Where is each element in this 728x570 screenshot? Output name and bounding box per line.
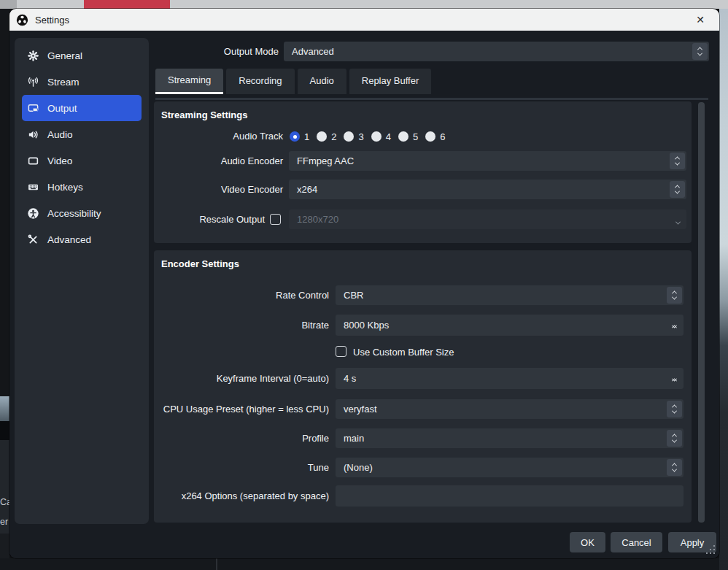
- desktop-top-red-segment: [84, 0, 170, 9]
- spinner-icon[interactable]: [667, 287, 682, 304]
- radio-icon[interactable]: [317, 131, 327, 142]
- screen: Ca er Settings ✕: [0, 0, 728, 570]
- monitor-icon: [27, 155, 39, 167]
- audio-track-option[interactable]: 2: [317, 131, 336, 142]
- sidebar-item-advanced[interactable]: Advanced: [22, 226, 142, 253]
- sidebar-item-video[interactable]: Video: [22, 147, 142, 174]
- x264-options-row: x264 Options (separated by space): [154, 485, 692, 507]
- audio-track-option[interactable]: 6: [425, 131, 445, 142]
- bitrate-row: Bitrate 8000 Kbps: [154, 315, 692, 336]
- tab-streaming[interactable]: Streaming: [155, 69, 223, 94]
- tab-recording[interactable]: Recording: [226, 69, 294, 94]
- background-image-sliver: [0, 396, 9, 421]
- settings-window: Settings ✕ General: [9, 9, 719, 558]
- output-mode-value: Advanced: [292, 46, 334, 57]
- resize-grip[interactable]: [713, 552, 715, 554]
- audio-encoder-label: Audio Encoder: [154, 155, 283, 166]
- desktop-top-dark-segment: [0, 0, 17, 9]
- keyframe-interval-row: Keyframe Interval (0=auto) 4 s: [154, 368, 692, 389]
- cancel-button[interactable]: Cancel: [611, 532, 662, 552]
- video-encoder-select[interactable]: x264: [289, 180, 686, 199]
- rescale-output-row: Rescale Output 1280x720: [154, 209, 692, 229]
- audio-track-radios: 1 2 3 4 5 6: [290, 130, 445, 143]
- bitrate-label: Bitrate: [154, 320, 329, 331]
- radio-icon[interactable]: [371, 131, 382, 142]
- sidebar-item-general[interactable]: General: [22, 42, 142, 69]
- sidebar-item-audio[interactable]: Audio: [22, 121, 142, 147]
- audio-encoder-row: Audio Encoder FFmpeg AAC: [154, 151, 692, 171]
- apply-button[interactable]: Apply: [668, 532, 716, 552]
- audio-track-option[interactable]: 1: [290, 131, 309, 142]
- audio-track-option[interactable]: 4: [371, 131, 391, 142]
- sidebar-item-label: Accessibility: [47, 208, 101, 219]
- sidebar-item-label: Advanced: [47, 234, 91, 245]
- obs-logo-icon: [16, 14, 28, 26]
- radio-icon[interactable]: [398, 131, 408, 142]
- sidebar-item-label: General: [47, 50, 82, 61]
- custom-buffer-checkbox[interactable]: [336, 346, 346, 357]
- tools-icon: [27, 234, 39, 246]
- output-tabs: Streaming Recording Audio Replay Buffer: [155, 69, 431, 94]
- audio-track-label: Audio Track: [154, 131, 283, 142]
- spinner-icon[interactable]: [692, 43, 708, 60]
- rate-control-select[interactable]: CBR: [336, 285, 684, 305]
- close-icon[interactable]: ✕: [690, 9, 710, 31]
- output-mode-label: Output Mode: [187, 46, 279, 57]
- spinner-icon[interactable]: [667, 459, 682, 476]
- screen-camera-icon: [27, 102, 39, 115]
- person-circle-icon: [27, 207, 39, 220]
- ok-button[interactable]: OK: [570, 532, 605, 552]
- background-dark-sliver: [0, 421, 9, 440]
- sidebar: General Stream: [15, 38, 149, 524]
- spinner-icon[interactable]: [667, 401, 682, 417]
- sidebar-item-output[interactable]: Output: [22, 95, 142, 121]
- tune-select[interactable]: (None): [336, 458, 684, 477]
- output-mode-select[interactable]: Advanced: [284, 42, 709, 61]
- tab-replay-buffer[interactable]: Replay Buffer: [349, 69, 432, 94]
- gear-icon: [27, 50, 39, 62]
- bitrate-spinbox[interactable]: 8000 Kbps: [336, 315, 684, 336]
- cpu-preset-label: CPU Usage Preset (higher = less CPU): [154, 404, 329, 415]
- sidebar-item-label: Video: [47, 155, 72, 166]
- streaming-settings-panel: Streaming Settings Audio Track 1 2 3 4 5…: [154, 101, 692, 243]
- sidebar-item-accessibility[interactable]: Accessibility: [22, 200, 142, 226]
- tune-label: Tune: [154, 462, 329, 473]
- keyframe-interval-spinbox[interactable]: 4 s: [336, 368, 684, 389]
- titlebar[interactable]: Settings ✕: [9, 9, 719, 31]
- window-title: Settings: [35, 15, 69, 26]
- rate-control-label: Rate Control: [154, 290, 329, 301]
- audio-track-option[interactable]: 5: [398, 131, 418, 142]
- desktop-bottom-strip: [0, 558, 719, 570]
- speaker-icon: [27, 128, 39, 141]
- custom-buffer-row: Use Custom Buffer Size: [154, 346, 692, 358]
- spin-down-icon[interactable]: [673, 320, 676, 331]
- radio-icon[interactable]: [290, 131, 300, 142]
- audio-encoder-select[interactable]: FFmpeg AAC: [289, 151, 686, 171]
- keyframe-interval-label: Keyframe Interval (0=auto): [154, 373, 329, 384]
- sidebar-item-hotkeys[interactable]: Hotkeys: [22, 174, 142, 200]
- video-encoder-label: Video Encoder: [154, 184, 283, 195]
- tab-audio[interactable]: Audio: [298, 69, 346, 94]
- spinner-icon[interactable]: [667, 430, 682, 447]
- cpu-preset-select[interactable]: veryfast: [336, 399, 684, 419]
- spin-down-icon[interactable]: [673, 373, 676, 384]
- profile-select[interactable]: main: [336, 428, 684, 448]
- radio-icon[interactable]: [344, 131, 354, 142]
- x264-options-input[interactable]: [336, 485, 684, 507]
- section-title: Streaming Settings: [161, 109, 247, 120]
- radio-icon[interactable]: [425, 131, 435, 142]
- custom-buffer-label: Use Custom Buffer Size: [353, 347, 454, 358]
- video-encoder-row: Video Encoder x264: [154, 180, 692, 199]
- chevron-down-icon: [676, 216, 680, 227]
- audio-track-option[interactable]: 3: [344, 131, 363, 142]
- sidebar-item-stream[interactable]: Stream: [22, 69, 142, 95]
- rescale-output-checkbox[interactable]: [270, 214, 281, 225]
- spinner-icon[interactable]: [670, 181, 685, 198]
- scrollbar-thumb[interactable]: [698, 102, 705, 523]
- antenna-icon: [27, 76, 39, 88]
- sidebar-item-label: Stream: [47, 77, 80, 88]
- rate-control-row: Rate Control CBR: [154, 285, 692, 305]
- spinner-icon[interactable]: [670, 153, 685, 169]
- profile-label: Profile: [154, 433, 329, 444]
- x264-options-label: x264 Options (separated by space): [154, 490, 329, 501]
